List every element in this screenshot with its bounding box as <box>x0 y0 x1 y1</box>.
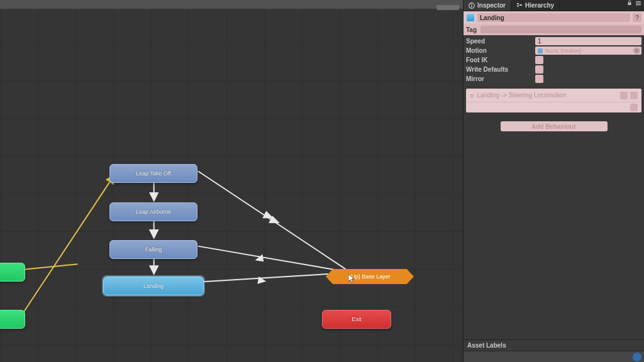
node-idle[interactable]: Idle <box>0 263 25 282</box>
asset-bundle-bar <box>464 351 644 362</box>
node-label: Exit <box>352 316 361 322</box>
svg-marker-6 <box>269 216 280 223</box>
node-label: Falling <box>145 246 162 253</box>
speed-field[interactable]: 1 <box>535 37 641 45</box>
asset-bundle-icon[interactable] <box>633 353 641 361</box>
svg-line-5 <box>198 171 346 269</box>
prop-mirror: Mirror <box>466 74 641 84</box>
state-name-field[interactable]: Landing <box>477 13 630 22</box>
svg-rect-17 <box>519 4 522 6</box>
drag-handle-icon[interactable]: ≡ <box>470 92 473 99</box>
node-label: (Up) Base Layer <box>349 273 391 280</box>
node-label: Leap Take Off <box>136 170 171 177</box>
tab-label: Hierarchy <box>525 2 554 9</box>
help-icon[interactable]: ? <box>633 13 641 22</box>
canvas-top-tab-strip <box>436 1 459 10</box>
tab-hierarchy[interactable]: Hierarchy <box>511 0 560 11</box>
tag-row: Tag <box>464 24 644 35</box>
motion-type-icon <box>538 48 543 53</box>
write-defaults-checkbox[interactable] <box>535 65 543 74</box>
prop-label: Write Defaults <box>466 66 531 73</box>
tag-field[interactable] <box>480 26 641 33</box>
info-icon <box>469 3 475 9</box>
inspector-panel: Inspector Hierarchy Landing ? Tag <box>463 0 644 362</box>
mirror-checkbox[interactable] <box>535 75 543 83</box>
prop-write-defaults: Write Defaults <box>466 65 641 74</box>
svg-rect-20 <box>636 3 641 4</box>
tab-inspector[interactable]: Inspector <box>464 0 511 11</box>
object-picker-icon[interactable]: ⊙ <box>633 47 640 54</box>
state-icon <box>466 13 475 22</box>
transition-item[interactable]: ≡ Landing -> Steering Locomotion <box>466 89 641 102</box>
app-root: Leap Take Off Leap Airborne Falling Land… <box>0 0 644 362</box>
transition-lines <box>0 5 463 362</box>
inspector-tab-bar: Inspector Hierarchy <box>464 0 644 11</box>
prop-label: Speed <box>466 38 531 45</box>
prop-motion: Motion None (Motion) ⊙ <box>466 46 641 55</box>
canvas-layer-tab[interactable] <box>436 1 459 10</box>
motion-field[interactable]: None (Motion) ⊙ <box>535 47 641 55</box>
prop-label: Foot IK <box>466 57 531 63</box>
panel-menu-icon[interactable] <box>635 0 641 6</box>
node-entry[interactable]: Entry <box>0 310 25 329</box>
svg-rect-18 <box>628 3 631 5</box>
svg-rect-21 <box>636 4 641 5</box>
node-exit[interactable]: Exit <box>322 310 391 329</box>
speed-value: 1 <box>538 38 541 45</box>
property-list: Speed 1 Motion None (Motion) ⊙ Foot IK W… <box>464 35 644 86</box>
tag-label: Tag <box>466 26 477 33</box>
foot-ik-checkbox[interactable] <box>535 56 543 64</box>
svg-rect-19 <box>636 1 641 2</box>
prop-speed: Speed 1 <box>466 36 641 46</box>
add-behaviour-button[interactable]: Add Behaviour <box>501 121 608 131</box>
animator-canvas[interactable]: Leap Take Off Leap Airborne Falling Land… <box>0 0 463 362</box>
node-up-base-layer[interactable]: (Up) Base Layer <box>326 269 414 284</box>
svg-rect-15 <box>517 3 519 4</box>
svg-line-10 <box>198 274 328 282</box>
svg-marker-7 <box>262 211 274 218</box>
asset-labels-header[interactable]: Asset Labels <box>464 339 644 351</box>
svg-rect-14 <box>471 4 472 4</box>
motion-value: None (Motion) <box>545 48 631 54</box>
panel-controls <box>626 0 644 11</box>
node-label: Leap Airborne <box>136 209 171 215</box>
svg-marker-9 <box>255 254 264 261</box>
transition-solo-toggle[interactable] <box>630 92 638 99</box>
hierarchy-icon <box>516 3 523 9</box>
lock-icon[interactable] <box>626 0 633 6</box>
svg-line-8 <box>198 246 338 270</box>
node-landing[interactable]: Landing <box>103 277 204 295</box>
node-leap-take-off[interactable]: Leap Take Off <box>109 164 197 183</box>
svg-line-0 <box>22 176 114 315</box>
state-name-text: Landing <box>480 14 504 21</box>
transition-mute-toggle[interactable] <box>620 92 628 99</box>
svg-marker-11 <box>257 277 266 284</box>
node-falling[interactable]: Falling <box>109 240 197 259</box>
state-header: Landing ? <box>464 11 644 24</box>
transition-controls <box>620 92 638 99</box>
remove-transition-button[interactable] <box>630 104 638 111</box>
prop-label: Motion <box>466 47 531 54</box>
tab-label: Inspector <box>477 2 506 9</box>
prop-foot-ik: Foot IK <box>466 55 641 65</box>
asset-labels-text: Asset Labels <box>467 342 506 349</box>
add-behaviour-label: Add Behaviour <box>531 123 576 130</box>
node-label: Landing <box>143 283 164 289</box>
node-leap-airborne[interactable]: Leap Airborne <box>109 202 197 221</box>
transition-label: Landing -> Steering Locomotion <box>477 92 566 99</box>
svg-rect-16 <box>517 5 519 6</box>
svg-rect-13 <box>471 5 472 8</box>
transitions-list: ≡ Landing -> Steering Locomotion <box>466 89 641 112</box>
transition-footer <box>466 102 641 112</box>
prop-label: Mirror <box>466 75 531 82</box>
